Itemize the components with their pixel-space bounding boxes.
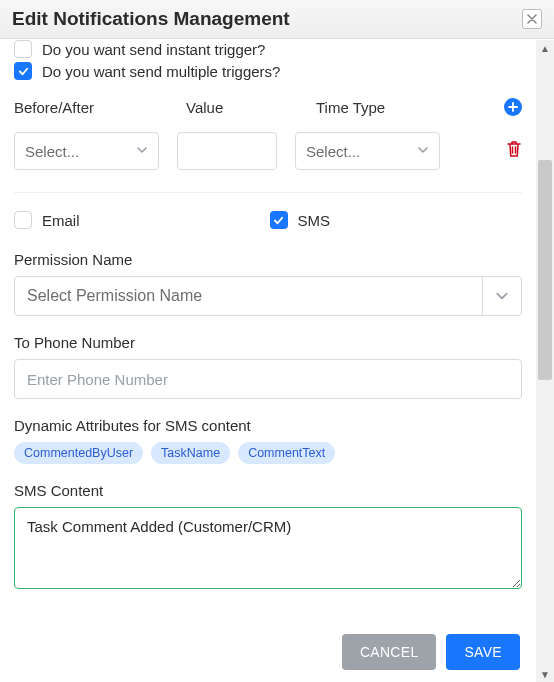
dialog-title: Edit Notifications Management [12,8,290,30]
multiple-trigger-checkbox[interactable] [14,62,32,80]
phone-number-label: To Phone Number [14,334,522,351]
dialog-header: Edit Notifications Management [0,0,554,39]
before-after-label: Before/After [14,99,186,116]
phone-number-input[interactable] [14,359,522,399]
scroll-up-arrow-icon[interactable]: ▲ [536,40,554,56]
sms-channel-row: SMS [270,211,331,229]
add-trigger-button[interactable] [504,98,522,116]
multiple-trigger-label: Do you want send multiple triggers? [42,63,280,80]
time-type-label: Time Type [316,99,504,116]
permission-name-label: Permission Name [14,251,522,268]
permission-name-select[interactable]: Select Permission Name [14,276,522,316]
chevron-down-icon [417,144,429,159]
email-checkbox[interactable] [14,211,32,229]
chevron-down-icon [483,289,521,303]
divider [14,192,522,193]
cancel-button[interactable]: CANCEL [342,634,437,670]
trash-icon[interactable] [506,140,522,163]
instant-trigger-row: Do you want send instant trigger? [14,40,522,58]
time-type-select[interactable]: Select... [295,132,440,170]
chevron-down-icon [136,144,148,159]
time-type-placeholder: Select... [306,143,360,160]
chip-commented-by-user[interactable]: CommentedByUser [14,442,143,464]
trigger-header-row: Before/After Value Time Type [14,98,522,116]
channels-row: Email SMS [14,207,522,233]
save-button[interactable]: SAVE [446,634,520,670]
scroll-down-arrow-icon[interactable]: ▼ [536,666,554,682]
email-label: Email [42,212,80,229]
chip-comment-text[interactable]: CommentText [238,442,335,464]
dynamic-attributes-label: Dynamic Attributes for SMS content [14,417,522,434]
sms-checkbox[interactable] [270,211,288,229]
trigger-column-labels: Before/After Value Time Type [14,99,504,116]
trigger-value-input[interactable] [177,132,277,170]
dialog-body: Do you want send instant trigger? Do you… [0,40,536,622]
sms-content-label: SMS Content [14,482,522,499]
multiple-trigger-row: Do you want send multiple triggers? [14,62,522,80]
instant-trigger-label: Do you want send instant trigger? [42,41,265,58]
before-after-select[interactable]: Select... [14,132,159,170]
before-after-placeholder: Select... [25,143,79,160]
sms-label: SMS [298,212,331,229]
close-icon[interactable] [522,9,542,29]
scrollbar-track[interactable]: ▲ ▼ [536,40,554,682]
dialog-footer: CANCEL SAVE [0,622,536,682]
sms-content-textarea[interactable] [14,507,522,589]
value-column-label: Value [186,99,316,116]
scrollbar-thumb[interactable] [538,160,552,380]
permission-placeholder: Select Permission Name [27,287,202,305]
dynamic-attributes-chips: CommentedByUser TaskName CommentText [14,442,522,464]
email-channel-row: Email [14,211,80,229]
instant-trigger-checkbox[interactable] [14,40,32,58]
trigger-row: Select... Select... [14,132,522,170]
chip-task-name[interactable]: TaskName [151,442,230,464]
